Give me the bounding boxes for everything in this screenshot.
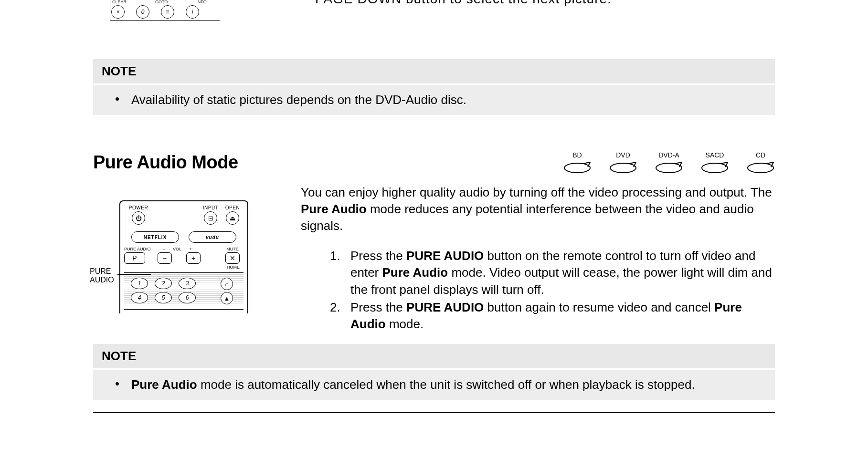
btn-num-5: 5 [155,292,172,303]
bullet-icon: • [115,92,131,108]
btn-num-3: 3 [179,278,196,289]
disc-dvd-a: DVD-A [655,153,683,172]
btn-power: ⏻ [132,211,145,225]
btn-input: ⊟ [204,211,217,225]
section-steps: Press the PURE AUDIO button on the remot… [301,248,775,332]
bottom-rule [93,412,775,413]
svg-point-0 [564,163,590,173]
btn-pure-audio: P [124,252,145,264]
remote-btn-goto: ≡ [161,5,174,19]
bullet-icon: • [115,376,131,393]
note1-text: Availability of static pictures depends … [131,92,766,108]
disc-sacd: SACD [700,153,729,172]
btn-num-4: 4 [131,292,148,303]
label-vol-minus: − [158,247,170,251]
note2-header: NOTE [93,344,775,368]
remote-btn-clear: × [111,5,125,19]
btn-vol-down: − [158,252,172,264]
btn-open: ⏏ [226,211,239,225]
remote-btn-0: 0 [136,5,149,19]
disc-icons: BD DVD DVD-A SACD CD [563,153,775,172]
section-title: Pure Audio Mode [93,152,238,173]
step-1: Press the PURE AUDIO button on the remot… [344,248,775,298]
label-vol: VOL [170,247,184,251]
label-vol-plus: + [184,247,197,251]
remote-fragment-top: CLEAR GOTO INFO × 0 ≡ i [110,0,220,21]
svg-point-3 [702,163,728,173]
remote-number-grid: 1 2 3 ⌂ 4 5 6 ▲ [124,272,243,310]
label-open: OPEN [222,205,243,210]
label-home: HOME [124,265,243,270]
remote-label-goto: GOTO [155,0,168,4]
note2-text: Pure Audio mode is automatically cancele… [131,376,766,393]
btn-num-2: 2 [155,278,172,289]
remote-btn-info: i [186,5,199,19]
section-intro: You can enjoy higher quality audio by tu… [301,184,775,234]
btn-vol-up: + [186,252,201,264]
label-pure-audio: PURE AUDIO [124,247,158,251]
label-power: POWER [124,205,153,210]
svg-point-4 [748,163,773,173]
svg-point-2 [656,163,682,173]
btn-home: ⌂ [221,278,233,290]
note1-header: NOTE [93,59,775,83]
btn-vudu: vudu [189,231,236,243]
label-mute: MUTE [222,247,243,251]
remote-label-clear: CLEAR [112,0,127,4]
step-2: Press the PURE AUDIO button again to res… [344,299,775,333]
pure-audio-callout: PURE AUDIO [90,267,116,284]
btn-num-1: 1 [131,278,148,289]
btn-mute: ✕ [225,252,240,264]
btn-netflix: NETFLIX [131,231,179,243]
disc-bd: BD [563,153,592,172]
remote-label-info: INFO [196,0,207,4]
page-top-fragment: PAGE DOWN button to select the next pict… [0,0,868,33]
remote-control-illustration: PURE AUDIO POWER INPUT OPEN ⏻ ⊟ [119,200,248,313]
cutoff-line: PAGE DOWN button to select the next pict… [315,0,612,7]
note2-body: • Pure Audio mode is automatically cance… [93,370,775,400]
btn-up: ▲ [221,292,233,304]
note1-body: • Availability of static pictures depend… [93,85,775,115]
btn-num-6: 6 [179,292,196,303]
disc-dvd: DVD [609,153,637,172]
svg-point-1 [610,163,636,173]
disc-cd: CD [746,153,775,172]
label-input: INPUT [200,205,222,210]
